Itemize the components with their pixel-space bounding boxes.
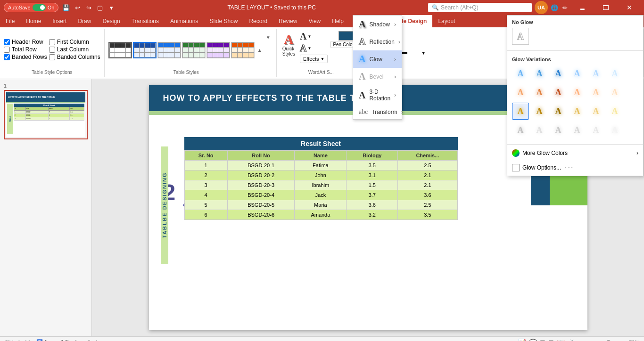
border-line-chevron-icon[interactable]: ▼ (421, 51, 426, 56)
tab-insert[interactable]: Insert (47, 15, 72, 27)
globe-icon[interactable]: 🌐 (551, 4, 558, 11)
last-column-checkbox[interactable]: Last Column (49, 46, 100, 53)
glow-item-13[interactable]: A (512, 103, 529, 120)
text-outline-chevron-icon[interactable]: ▼ (307, 46, 311, 50)
tab-draw[interactable]: Draw (72, 15, 97, 27)
maximize-button[interactable]: 🗖 (595, 0, 617, 15)
pen-color-preview[interactable] (339, 31, 354, 41)
present-icon[interactable]: ▢ (96, 4, 104, 11)
customize-icon[interactable]: ▾ (107, 4, 115, 11)
zoom-level[interactable]: 72% (629, 340, 639, 341)
presenter-view-icon[interactable]: 📺 (568, 339, 576, 341)
table-style-2[interactable] (133, 42, 157, 58)
glow-item-12[interactable]: A (606, 84, 623, 101)
text-fill-chevron-icon[interactable]: ▼ (307, 34, 311, 39)
glow-item-15[interactable]: A (550, 103, 567, 120)
pen-icon[interactable]: ✏ (561, 4, 569, 11)
slide-sorter-icon[interactable]: ⊟ (548, 339, 554, 341)
shadow-menu-item[interactable]: A Shadow › (353, 16, 402, 33)
redo-icon[interactable]: ↪ (85, 4, 92, 11)
tab-layout[interactable]: Layout (432, 15, 461, 27)
notes-button[interactable]: 📝 (518, 339, 526, 341)
glow-item-17[interactable]: A (587, 103, 604, 120)
tab-view[interactable]: View (303, 15, 326, 27)
table-style-4[interactable] (182, 42, 206, 58)
minimize-button[interactable]: 🗕 (571, 0, 593, 15)
autosave-toggle[interactable] (33, 4, 46, 11)
table-styles-row: ▲ (108, 31, 264, 69)
table-style-6[interactable] (231, 42, 255, 58)
glow-menu-item[interactable]: A Glow › (353, 50, 402, 68)
glow-item-18[interactable]: A (606, 103, 623, 120)
glow-item-22[interactable]: A (569, 122, 586, 138)
glow-item-9[interactable]: A (550, 84, 567, 101)
banded-columns-checkbox[interactable]: Banded Columns (49, 54, 100, 60)
glow-item-1[interactable]: A (512, 65, 529, 82)
glow-item-4[interactable]: A (569, 65, 586, 82)
glow-item-19[interactable]: A (512, 122, 529, 138)
glow-item-7[interactable]: A (512, 84, 529, 101)
table-style-3[interactable] (157, 42, 181, 58)
td-2-name: John (295, 170, 347, 180)
bevel-menu-item[interactable]: A Bevel › (353, 68, 402, 85)
tab-file[interactable]: File (0, 15, 20, 27)
result-table-container[interactable]: Result Sheet Sr. No Roll No Name Biology… (184, 137, 458, 220)
glow-item-11[interactable]: A (587, 84, 604, 101)
close-button[interactable]: ✕ (619, 0, 640, 15)
search-box[interactable]: 🔍 Search (Alt+Q) (428, 3, 532, 12)
glow-options-item[interactable]: Glow Options... ··· (507, 160, 643, 176)
table-row: 1 BSGD-20-1 Fatima 3.5 2.5 (184, 161, 457, 170)
glow-item-23[interactable]: A (587, 122, 604, 138)
glow-item-2[interactable]: A (531, 65, 548, 82)
reflection-menu-item[interactable]: A Reflection › (353, 33, 402, 50)
tab-slideshow[interactable]: Slide Show (204, 15, 243, 27)
zoom-in-icon[interactable]: + (624, 340, 627, 341)
glow-item-21[interactable]: A (550, 122, 567, 138)
glow-item-14[interactable]: A (531, 103, 548, 120)
titlebar-left: AutoSave On 💾 ↩ ↪ ▢ ▾ (4, 3, 115, 12)
td-2-bio: 3.1 (347, 170, 398, 180)
autosave-button[interactable]: AutoSave On (4, 3, 58, 12)
banded-rows-checkbox[interactable]: Banded Rows (4, 54, 47, 60)
transform-menu-item[interactable]: abc Transform › (353, 105, 402, 119)
save-icon[interactable]: 💾 (62, 4, 70, 11)
table-style-1[interactable] (108, 42, 132, 58)
tab-transitions[interactable]: Transitions (126, 15, 165, 27)
glow-item-10[interactable]: A (569, 84, 586, 101)
more-glow-colors-item[interactable]: More Glow Colors › (507, 146, 643, 160)
glow-item-24[interactable]: A (606, 122, 623, 138)
styles-scroll-down[interactable]: ▼ (264, 31, 272, 75)
tab-record[interactable]: Record (243, 15, 273, 27)
normal-view-icon[interactable]: ⊞ (540, 339, 545, 341)
glow-item-20[interactable]: A (531, 122, 548, 138)
data-table[interactable]: Sr. No Roll No Name Biology Chemis... 1 … (184, 150, 458, 220)
styles-scroll-up[interactable]: ▲ (256, 31, 264, 69)
header-row-checkbox[interactable]: Header Row (4, 39, 47, 45)
effects-button[interactable]: Effects ▼ (300, 55, 328, 63)
tab-home[interactable]: Home (20, 15, 47, 27)
glow-item-3[interactable]: A (550, 65, 567, 82)
first-column-checkbox[interactable]: First Column (49, 39, 100, 45)
zoom-out-icon[interactable]: − (579, 340, 582, 341)
quick-styles-button[interactable]: A QuickStyles (281, 31, 297, 58)
user-avatar[interactable]: UA (535, 1, 548, 14)
no-glow-item[interactable]: A (512, 28, 529, 45)
glow-item-16[interactable]: A (569, 103, 586, 120)
slide-thumbnail-1[interactable]: HOW TO APPLY EFFECTS TO THE TABLE TABLE … (4, 90, 88, 139)
glow-item-8[interactable]: A (531, 84, 548, 101)
total-row-checkbox[interactable]: Total Row (4, 46, 47, 53)
thumb-result-sheet: Result Sheet (14, 104, 84, 107)
undo-icon[interactable]: ↩ (74, 4, 81, 11)
tab-review[interactable]: Review (273, 15, 303, 27)
tab-design[interactable]: Design (97, 15, 125, 27)
td-6-srno: 6 (184, 210, 227, 220)
table-style-5[interactable] (206, 42, 230, 58)
table-row: 6 BSGD-20-6 Amanda 3.2 3.5 (184, 210, 457, 220)
3d-rotation-menu-item[interactable]: A 3-D Rotation › (353, 85, 402, 105)
tab-animations[interactable]: Animations (165, 15, 204, 27)
glow-item-6[interactable]: A (606, 65, 623, 82)
glow-item-5[interactable]: A (587, 65, 604, 82)
reading-view-icon[interactable]: 📖 (557, 339, 565, 341)
pen-color-label: Pen Color (333, 42, 354, 47)
tab-help[interactable]: Help (326, 15, 349, 27)
